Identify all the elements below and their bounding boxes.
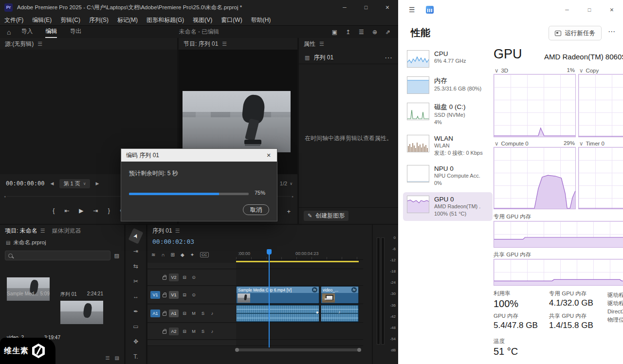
lock-icon[interactable] — [163, 276, 166, 280]
share-icon[interactable]: ↥ — [346, 29, 350, 36]
timeline-horizontal-scrollbar[interactable] — [236, 348, 360, 351]
source-panel-title[interactable]: 源:(无剪辑) — [5, 40, 34, 48]
mic-icon[interactable]: ♪ — [209, 310, 216, 317]
more-icon[interactable]: ⋯ — [608, 27, 615, 36]
sidebar-item-memory[interactable]: 内存25.3/31.6 GB (80%) — [403, 73, 493, 97]
project-item-thumbnail[interactable] — [7, 277, 50, 301]
quick-export-icon[interactable]: ⊕ — [372, 29, 377, 36]
panel-menu-icon[interactable]: ☰ — [37, 41, 42, 47]
step-back-icon[interactable]: ⇤ — [64, 207, 69, 214]
tab-export[interactable]: 导出 — [70, 26, 81, 38]
search-input[interactable] — [5, 251, 110, 260]
more-icon[interactable]: ⋯ — [385, 53, 392, 62]
run-new-task-button[interactable]: 运行新任务 — [549, 26, 602, 40]
sidebar-item-cpu[interactable]: CPU6% 4.77 GHz — [403, 47, 493, 71]
next-page-icon[interactable]: ▶ — [96, 181, 99, 186]
new-bin-icon[interactable]: ▨ — [114, 253, 119, 259]
project-file-row[interactable]: ▤ 未命名.prproj — [0, 237, 124, 247]
prev-page-icon[interactable]: ◀ — [50, 181, 54, 186]
chevron-down-icon[interactable]: ∨ — [579, 68, 583, 73]
play-icon[interactable]: ▶ — [79, 207, 83, 214]
project-item-thumbnail[interactable] — [60, 301, 103, 324]
page-selector[interactable]: 第 1 页 ∨ — [59, 179, 90, 188]
tab-edit[interactable]: 编辑 — [45, 26, 57, 38]
menu-help[interactable]: 帮助(H) — [247, 16, 275, 24]
chevron-down-icon[interactable]: ∨ — [495, 68, 498, 73]
project-item-label[interactable]: 序列 01 2:24:21 — [60, 291, 103, 298]
home-icon[interactable]: ⌂ — [7, 28, 11, 36]
timeline-tab[interactable]: 序列 01 — [152, 227, 172, 235]
eye-icon[interactable]: ⊙ — [190, 274, 197, 281]
playhead-handle[interactable] — [267, 249, 272, 255]
snap-icon[interactable]: ∩ — [161, 252, 165, 257]
tab-media-browser[interactable]: 媒体浏览器 — [52, 227, 81, 235]
create-graphic-button[interactable]: ✎ 创建新图形 — [304, 211, 348, 221]
panel-menu-icon[interactable]: ☰ — [40, 228, 45, 234]
button-editor-plus-icon[interactable]: + — [287, 208, 291, 215]
mark-out-icon[interactable]: } — [108, 207, 110, 214]
stack-icon[interactable]: ☰ — [359, 29, 364, 36]
menu-graphics[interactable]: 图形和标题(G) — [142, 16, 188, 24]
mute-button[interactable]: M — [190, 310, 197, 317]
step-forward-icon[interactable]: ⇥ — [93, 207, 98, 214]
sort-icon[interactable]: ☰ — [106, 355, 110, 361]
lock-icon[interactable] — [163, 312, 166, 316]
timeline-clip-audio-1[interactable] — [236, 305, 319, 322]
source-timecode[interactable]: 00:00:00:00 — [6, 180, 44, 187]
track-v1-content[interactable]: Sample Media Clip 6.mp4 [V] fx video_...… — [236, 286, 363, 304]
project-item-label[interactable]: Sample Med... 5:09 — [7, 291, 50, 296]
new-item-icon[interactable]: ▨ — [115, 355, 119, 361]
track-select-tool[interactable]: ⇥ — [129, 246, 142, 256]
chevron-down-icon[interactable]: ∨ — [495, 141, 498, 146]
lock-icon[interactable] — [163, 330, 166, 334]
playback-resolution[interactable]: 1/2 — [280, 181, 287, 186]
menu-file[interactable]: 文件(F) — [0, 16, 28, 24]
eye-icon[interactable]: ⊙ — [190, 291, 197, 298]
program-panel-title[interactable]: 节目: 序列 01 — [183, 40, 218, 48]
tab-project[interactable]: 项目: 未命名 — [5, 227, 37, 235]
maximize-icon[interactable]: □ — [578, 0, 601, 19]
selection-tool[interactable]: ➤ — [128, 228, 144, 244]
playhead[interactable] — [269, 249, 270, 347]
track-v2-content[interactable] — [236, 270, 363, 286]
workspaces-icon[interactable]: ▣ — [332, 29, 337, 36]
slip-tool[interactable]: ↔ — [129, 291, 142, 302]
properties-item-row[interactable]: ▥ 序列 01 ⋯ — [299, 52, 398, 64]
sync-lock-icon[interactable]: ⊟ — [181, 291, 188, 298]
hamburger-icon[interactable]: ☰ — [409, 6, 415, 14]
solo-button[interactable]: S — [200, 328, 206, 335]
menu-markers[interactable]: 标记(M) — [113, 16, 142, 24]
close-icon[interactable]: ✕ — [377, 0, 398, 15]
pen-tool[interactable]: ✒ — [129, 306, 142, 317]
minimize-icon[interactable]: ─ — [334, 0, 355, 15]
panel-menu-icon[interactable]: ☰ — [222, 41, 227, 47]
cancel-button[interactable]: 取消 — [243, 204, 269, 215]
source-patch-v1[interactable]: V1 — [150, 291, 160, 299]
track-a1-content[interactable]: ◆ ♪ — [236, 305, 363, 323]
sync-lock-icon[interactable]: ⊟ — [181, 274, 188, 281]
mic-icon[interactable]: ♪ — [209, 328, 216, 335]
sync-lock-icon[interactable]: ⊟ — [181, 310, 188, 317]
sidebar-item-gpu[interactable]: GPU 0AMD Radeon(TM) .100% (51 °C) — [403, 192, 493, 221]
close-icon[interactable]: ✕ — [601, 0, 623, 19]
chevron-down-icon[interactable]: ∨ — [579, 141, 583, 146]
menu-window[interactable]: 窗口(W) — [217, 16, 246, 24]
solo-button[interactable]: S — [200, 310, 206, 317]
track-v1-label[interactable]: V1 — [169, 291, 179, 299]
tab-import[interactable]: 导入 — [21, 26, 33, 38]
timeline-clip-video-1[interactable]: Sample Media Clip 6.mp4 [V] fx — [236, 286, 319, 304]
sync-lock-icon[interactable]: ⊟ — [181, 328, 188, 335]
captions-icon[interactable]: CC — [200, 252, 209, 257]
properties-panel-title[interactable]: 属性 — [304, 40, 315, 48]
sidebar-item-npu[interactable]: NPU 0NPU Compute Acc.0% — [403, 162, 493, 190]
sidebar-item-disk[interactable]: 磁盘 0 (C:)SSD (NVMe)4% — [403, 99, 493, 129]
razor-tool[interactable]: ✂ — [129, 276, 142, 287]
minimize-icon[interactable]: ─ — [556, 0, 578, 19]
linked-selection-icon[interactable]: ⊞ — [171, 252, 175, 257]
sidebar-item-wlan[interactable]: WLANWLAN发送: 0 接收: 0 Kbps — [403, 131, 493, 160]
work-area-bar[interactable] — [236, 261, 359, 262]
track-a2-label[interactable]: A2 — [169, 328, 179, 335]
menu-edit[interactable]: 编辑(E) — [28, 16, 56, 24]
marker-icon[interactable]: ◆ — [181, 252, 184, 257]
track-a1-label[interactable]: A1 — [169, 309, 179, 317]
